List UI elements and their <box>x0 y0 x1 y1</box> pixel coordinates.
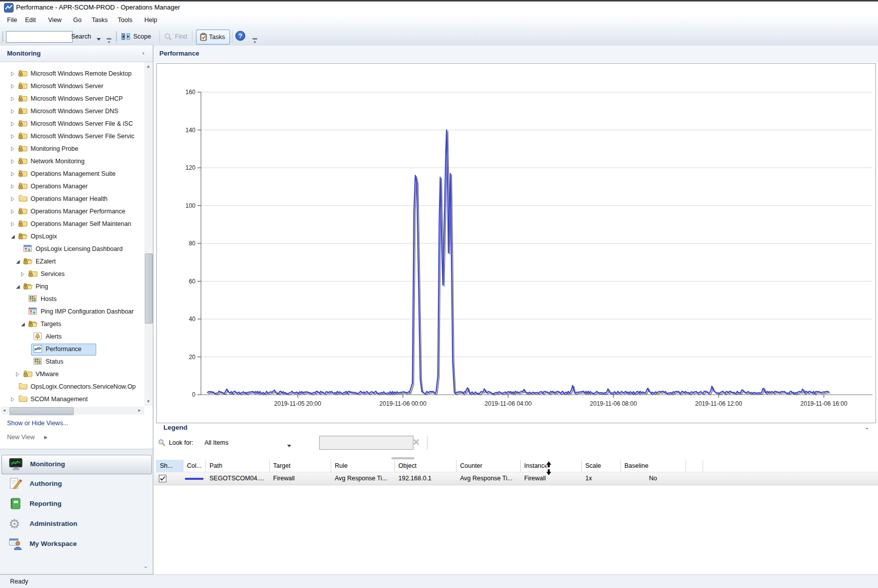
tree-expand-icon[interactable] <box>11 184 15 191</box>
toolbar-grip[interactable] <box>116 31 117 42</box>
tree-item-targets[interactable]: Targets <box>0 318 144 331</box>
legend-filter-input[interactable] <box>319 436 413 450</box>
scroll-up-icon[interactable]: ▲ <box>144 64 152 69</box>
search-dropdown-icon[interactable] <box>97 36 101 43</box>
look-for-select[interactable]: All Items <box>204 439 229 446</box>
tree-item-opslogix-connectors-servicenow-op[interactable]: OpsLogix.Connectors.ServiceNow.Op <box>0 381 144 393</box>
tree-item-services[interactable]: Services <box>0 268 144 280</box>
column-header-object[interactable]: Object <box>394 460 457 472</box>
menu-item-edit[interactable]: Edit <box>25 17 36 24</box>
menu-item-file[interactable]: File <box>7 17 17 24</box>
scrollbar-thumb[interactable] <box>10 407 74 415</box>
tree-expand-icon[interactable] <box>11 96 15 103</box>
scrollbar-thumb[interactable] <box>145 253 153 324</box>
tree-item-status[interactable]: Status <box>0 356 144 368</box>
wunderbar-reporting[interactable]: Reporting <box>2 495 151 513</box>
scope-button[interactable]: Scope <box>133 33 151 40</box>
tree-item-scom-management[interactable]: SCOM Management <box>0 393 144 406</box>
tree-item-opslogix-licensing-dashboard[interactable]: OpsLogix Licensing Dashboard <box>0 243 144 255</box>
wunderbar-authoring[interactable]: Authoring <box>2 475 151 493</box>
tree-item-operations-management-suite[interactable]: Operations Management Suite <box>0 168 144 180</box>
help-icon[interactable]: ? <box>235 31 246 43</box>
scroll-right-icon[interactable]: ▸ <box>138 408 141 413</box>
tree-collapse-icon[interactable] <box>21 322 26 329</box>
tree-item-network-monitoring[interactable]: Network Monitoring <box>0 155 144 168</box>
tree-item-microsoft-windows-server-file-isc[interactable]: Microsoft Windows Server File & iSC <box>0 118 144 130</box>
tree-item-microsoft-windows-server-dhcp[interactable]: Microsoft Windows Server DHCP <box>0 93 144 105</box>
column-header-target[interactable]: Target <box>269 460 331 472</box>
tree-item-microsoft-windows-remote-desktop[interactable]: Microsoft Windows Remote Desktop <box>0 68 144 80</box>
column-header-spacer[interactable] <box>686 460 703 472</box>
legend-collapse-icon[interactable]: ⌄ <box>864 424 869 431</box>
column-header-scale[interactable]: Scale <box>581 460 621 472</box>
tasks-button[interactable]: Tasks <box>196 30 230 45</box>
new-view-link[interactable]: New View <box>7 434 35 441</box>
wunderbar-my-workspace[interactable]: My Workspace <box>2 535 151 553</box>
tree-item-microsoft-windows-server-dns[interactable]: Microsoft Windows Server DNS <box>0 105 144 118</box>
nav-overflow-icon[interactable]: ⌄ <box>143 563 148 569</box>
scroll-down-icon[interactable]: ▼ <box>144 399 152 404</box>
legend-grip[interactable] <box>391 457 414 459</box>
tree-expand-icon[interactable] <box>11 209 15 216</box>
tree-expand-icon[interactable] <box>11 71 15 78</box>
tree-item-opslogix[interactable]: OpsLogix <box>0 230 144 243</box>
column-header-rule[interactable]: Rule <box>331 460 395 472</box>
tree-item-ping-imp-configuration-dashboar[interactable]: Ping IMP Configuration Dashboar <box>0 306 144 318</box>
column-header-show[interactable]: Sh... <box>156 460 183 472</box>
column-header-counter[interactable]: Counter <box>456 460 521 472</box>
tree-expand-icon[interactable] <box>11 171 15 178</box>
tree-vertical-scrollbar[interactable]: ▲ ▼ <box>144 62 152 406</box>
toolbar-grip[interactable] <box>2 31 4 42</box>
chevron-down-icon[interactable] <box>287 442 292 449</box>
tree-expand-icon[interactable] <box>21 271 25 278</box>
tree-collapse-icon[interactable] <box>11 234 16 241</box>
tree-expand-icon[interactable] <box>11 159 15 166</box>
wunderbar-monitoring[interactable]: Monitoring <box>2 455 152 474</box>
tree-item-microsoft-windows-server[interactable]: Microsoft Windows Server <box>0 80 144 93</box>
tree-expand-icon[interactable] <box>11 196 15 203</box>
tree-item-performance[interactable]: Performance <box>0 343 144 356</box>
menu-item-view[interactable]: View <box>48 17 62 24</box>
toolbar-overflow-icon[interactable]: ▬▾ <box>253 36 257 44</box>
column-header-color[interactable]: Col... <box>183 460 206 472</box>
tree-item-operations-manager[interactable]: Operations Manager <box>0 180 144 193</box>
wunderbar-administration[interactable]: ⚙Administration <box>2 515 151 533</box>
tree-expand-icon[interactable] <box>11 146 15 153</box>
toolbar-overflow-icon[interactable]: ▬▾ <box>107 36 111 44</box>
tree-item-operations-manager-health[interactable]: Operations Manager Health <box>0 193 144 205</box>
tree-expand-icon[interactable] <box>11 397 15 404</box>
tree-expand-icon[interactable] <box>16 372 20 379</box>
tree-item-ezalert[interactable]: EZalert <box>0 255 144 268</box>
tree-item-monitoring-probe[interactable]: Monitoring Probe <box>0 143 144 155</box>
tree-expand-icon[interactable] <box>11 109 15 116</box>
tree-collapse-icon[interactable] <box>16 259 21 266</box>
tree-expand-icon[interactable] <box>11 221 15 228</box>
tree-item-vmware[interactable]: VMware <box>0 368 144 381</box>
legend-row[interactable]: SEGOTSCOM04....FirewallAvg Response Ti..… <box>154 472 878 485</box>
menu-item-tasks[interactable]: Tasks <box>92 17 108 24</box>
search-button[interactable]: Search <box>71 33 91 40</box>
clear-filter-icon[interactable]: ✕ <box>412 437 420 448</box>
menu-item-tools[interactable]: Tools <box>118 17 132 24</box>
tree-item-hosts[interactable]: Hosts <box>0 293 144 306</box>
tree-item-operations-manager-performance[interactable]: Operations Manager Performance <box>0 205 144 218</box>
menu-item-go[interactable]: Go <box>73 17 82 24</box>
tree-item-alerts[interactable]: Alerts <box>0 331 144 343</box>
menu-item-help[interactable]: Help <box>144 17 157 24</box>
find-button[interactable]: Find <box>175 33 187 40</box>
tree-horizontal-scrollbar[interactable]: ◂ ▸ <box>1 407 144 415</box>
tree-item-microsoft-windows-server-file-servic[interactable]: Microsoft Windows Server File Servic <box>0 130 144 143</box>
search-input[interactable] <box>6 31 73 43</box>
column-header-path[interactable]: Path <box>205 460 270 472</box>
tree-expand-icon[interactable] <box>11 121 15 128</box>
tree-expand-icon[interactable] <box>11 134 15 141</box>
tree-collapse-icon[interactable] <box>16 284 21 291</box>
tree-item-operations-manager-self-maintenan[interactable]: Operations Manager Self Maintenan <box>0 218 144 230</box>
column-header-baseline[interactable]: Baseline <box>620 460 686 472</box>
show-checkbox[interactable] <box>159 475 166 484</box>
collapse-sidebar-icon[interactable]: ‹ <box>142 49 144 57</box>
show-hide-views-link[interactable]: Show or Hide Views... <box>7 420 68 427</box>
tree-item-ping[interactable]: Ping <box>0 280 144 293</box>
scroll-left-icon[interactable]: ◂ <box>3 408 6 413</box>
tree-expand-icon[interactable] <box>11 84 15 91</box>
